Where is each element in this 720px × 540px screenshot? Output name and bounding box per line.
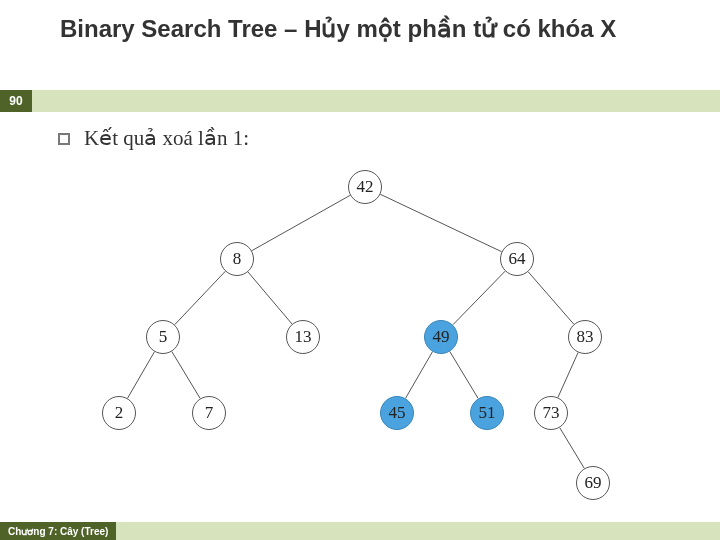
tree-node: 73 <box>534 396 568 430</box>
tree-edge <box>406 352 433 399</box>
tree-node: 5 <box>146 320 180 354</box>
bullet-text: Kết quả xoá lần 1: <box>84 126 249 151</box>
page-number-badge: 90 <box>0 90 32 112</box>
slide: Binary Search Tree – Hủy một phần tử có … <box>0 0 720 540</box>
tree-node: 69 <box>576 466 610 500</box>
tree-node: 64 <box>500 242 534 276</box>
slide-title: Binary Search Tree – Hủy một phần tử có … <box>60 14 690 44</box>
tree-edge <box>380 194 501 251</box>
tree-node: 2 <box>102 396 136 430</box>
tree-edge <box>128 352 155 399</box>
bullet-square-icon <box>58 133 70 145</box>
tree-edge <box>172 352 200 399</box>
footer-chapter: Chương 7: Cây (Tree) <box>0 522 116 540</box>
tree-node: 8 <box>220 242 254 276</box>
tree-edge <box>560 428 585 469</box>
tree-node: 45 <box>380 396 414 430</box>
tree-edge <box>453 271 505 325</box>
tree-edge <box>558 353 578 398</box>
tree-node: 42 <box>348 170 382 204</box>
tree-node: 83 <box>568 320 602 354</box>
tree-diagram: 4286451349832745517369 <box>100 160 660 490</box>
tree-node: 7 <box>192 396 226 430</box>
tree-edge <box>528 272 574 324</box>
bullet-item: Kết quả xoá lần 1: <box>58 126 249 151</box>
tree-node: 49 <box>424 320 458 354</box>
tree-edge <box>450 352 478 399</box>
tree-edge <box>248 272 292 324</box>
page-number-strip <box>0 90 720 112</box>
tree-node: 51 <box>470 396 504 430</box>
tree-edge <box>175 271 226 324</box>
tree-edge <box>252 195 350 250</box>
tree-node: 13 <box>286 320 320 354</box>
